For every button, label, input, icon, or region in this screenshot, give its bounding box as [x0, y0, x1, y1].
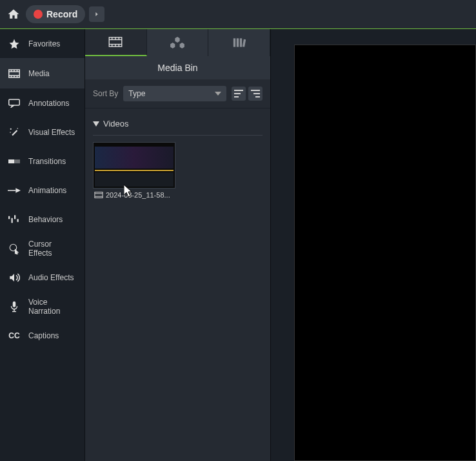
sidebar-item-behaviors[interactable]: Behaviors: [0, 205, 84, 234]
svg-rect-37: [234, 93, 241, 94]
svg-rect-34: [240, 38, 242, 46]
svg-point-12: [10, 132, 11, 133]
annotation-icon: [8, 97, 21, 110]
svg-point-11: [17, 128, 19, 129]
svg-rect-35: [243, 39, 246, 47]
svg-rect-42: [95, 192, 103, 198]
media-content: Videos 2024-03-25_11-58...: [85, 108, 270, 461]
panel-title: Media Bin: [85, 56, 270, 79]
transition-icon: [8, 155, 21, 168]
section-header-videos[interactable]: Videos: [93, 116, 263, 136]
svg-rect-36: [234, 90, 243, 91]
topbar: Record: [0, 0, 476, 28]
chevron-right-icon: [94, 11, 100, 17]
audio-icon: [8, 271, 21, 284]
sidebar-item-label: Visual Effects: [28, 128, 75, 137]
sort-select[interactable]: Type: [123, 86, 226, 101]
sidebar-item-label: Media: [28, 69, 50, 78]
view-list-right-button[interactable]: [248, 87, 263, 101]
clip-thumbnail: [93, 142, 175, 189]
section-label: Videos: [103, 119, 129, 128]
sidebar-item-transitions[interactable]: Transitions: [0, 147, 84, 176]
sidebar-item-label: Voice Narration: [28, 298, 77, 316]
film-icon: [108, 37, 123, 47]
sidebar-item-animations[interactable]: Animations: [0, 176, 84, 205]
list-right-icon: [251, 90, 260, 97]
sort-value: Type: [128, 89, 145, 98]
tab-library[interactable]: [208, 29, 270, 56]
sidebar-item-cursor-effects[interactable]: Cursor Effects: [0, 234, 84, 263]
svg-rect-15: [8, 216, 10, 219]
sidebar-item-captions[interactable]: CC Captions: [0, 321, 84, 350]
svg-rect-39: [251, 90, 260, 91]
media-clip[interactable]: 2024-03-25_11-58...: [93, 142, 175, 201]
sort-row: Sort By Type: [85, 79, 270, 108]
clip-name: 2024-03-25_11-58...: [106, 191, 170, 199]
behaviors-icon: [8, 213, 21, 226]
svg-rect-33: [237, 38, 239, 46]
svg-rect-20: [13, 301, 16, 307]
svg-point-10: [10, 128, 12, 129]
sidebar-item-label: Annotations: [28, 99, 69, 108]
sidebar-item-label: Behaviors: [28, 215, 63, 224]
cubes-icon: [170, 36, 184, 49]
svg-rect-18: [17, 219, 19, 222]
svg-rect-13: [8, 159, 14, 163]
record-expand-button[interactable]: [89, 6, 104, 22]
record-icon: [34, 10, 43, 19]
svg-rect-32: [233, 38, 235, 46]
sidebar-item-label: Transitions: [28, 157, 66, 166]
svg-rect-16: [12, 218, 13, 223]
sidebar-item-voice-narration[interactable]: Voice Narration: [0, 292, 84, 321]
view-list-button[interactable]: [232, 87, 246, 101]
sidebar-item-label: Audio Effects: [28, 273, 74, 282]
sidebar-item-label: Cursor Effects: [28, 240, 77, 258]
sidebar-item-visual-effects[interactable]: Visual Effects: [0, 118, 84, 147]
svg-rect-41: [255, 96, 260, 97]
record-label: Record: [46, 9, 77, 19]
animation-icon: [8, 184, 21, 197]
clip-label-row: 2024-03-25_11-58...: [93, 189, 175, 201]
panel-tabs: [85, 29, 270, 56]
home-button[interactable]: [5, 6, 22, 23]
preview-canvas[interactable]: [294, 45, 476, 461]
chevron-down-icon: [215, 92, 221, 96]
tab-media[interactable]: [85, 29, 147, 56]
list-left-icon: [234, 90, 243, 97]
sidebar-item-favorites[interactable]: Favorites: [0, 29, 84, 58]
sidebar: Favorites Media Annotations Visual Effec…: [0, 29, 85, 461]
film-icon: [8, 67, 21, 80]
sort-label: Sort By: [93, 89, 118, 98]
sidebar-item-label: Captions: [28, 331, 59, 340]
main-area: Favorites Media Annotations Visual Effec…: [0, 29, 476, 461]
cc-icon: CC: [8, 329, 21, 342]
sidebar-item-label: Animations: [28, 186, 66, 195]
media-panel: Media Bin Sort By Type Videos: [85, 29, 271, 461]
svg-rect-38: [234, 96, 239, 97]
film-small-icon: [94, 192, 103, 198]
tab-assets[interactable]: [147, 29, 209, 56]
library-icon: [233, 37, 246, 48]
svg-rect-9: [9, 99, 20, 105]
sidebar-item-media[interactable]: Media: [0, 59, 84, 88]
svg-rect-40: [253, 93, 260, 94]
record-button[interactable]: Record: [26, 5, 85, 23]
triangle-down-icon: [93, 121, 99, 127]
sidebar-item-audio-effects[interactable]: Audio Effects: [0, 263, 84, 292]
preview-area: [271, 29, 476, 461]
svg-rect-17: [14, 215, 15, 219]
cursor-icon: [8, 242, 21, 255]
sidebar-item-label: Favorites: [28, 39, 60, 48]
star-icon: [8, 37, 21, 50]
cursor-pointer-icon: [124, 185, 133, 198]
svg-rect-14: [14, 159, 20, 163]
wand-icon: [8, 126, 21, 139]
home-icon: [7, 8, 20, 21]
mic-icon: [8, 300, 21, 313]
sidebar-item-annotations[interactable]: Annotations: [0, 88, 84, 118]
